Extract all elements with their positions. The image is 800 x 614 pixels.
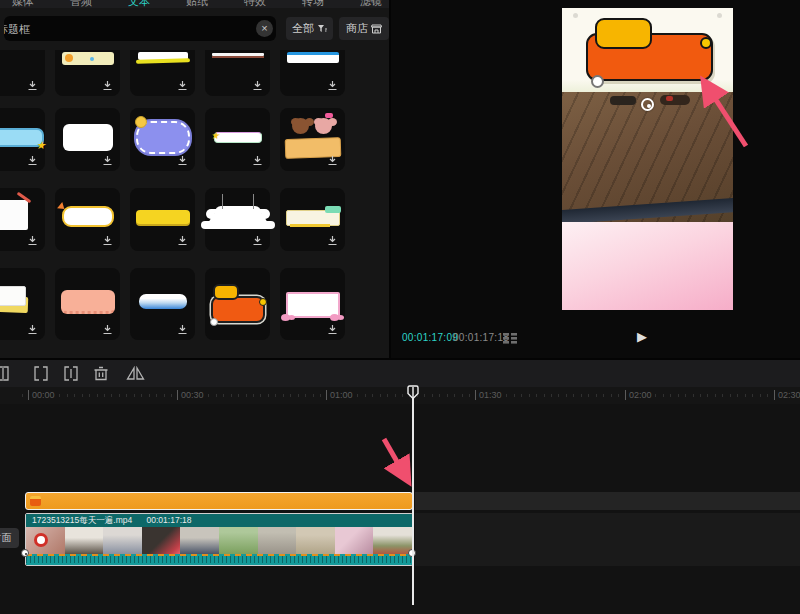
download-icon[interactable] — [102, 324, 113, 335]
tab-media[interactable]: 媒体 — [12, 0, 34, 8]
template-cell[interactable] — [205, 50, 270, 96]
template-cell-selected[interactable] — [205, 268, 270, 340]
template-cell[interactable] — [55, 50, 120, 96]
cover-button[interactable]: 封面 — [0, 528, 19, 548]
sticker-overlay-tab[interactable] — [595, 18, 652, 49]
video-editor-app: 媒体 音频 文本 贴纸 特效 转场 滤镜 标题框 × 全部 商店 — [0, 0, 800, 614]
ruler-label: 01:30 — [475, 390, 502, 400]
template-thumbnail: ★ — [0, 128, 44, 147]
trim-right-icon[interactable] — [62, 366, 80, 381]
delete-icon[interactable] — [93, 366, 109, 381]
timecode-bar: 00:01:17:09 00:01:17:18 ▶ — [391, 322, 800, 354]
template-cell[interactable] — [0, 188, 45, 251]
current-time: 00:01:17:09 — [402, 332, 458, 343]
template-thumbnail — [212, 210, 264, 228]
play-button[interactable]: ▶ — [637, 329, 647, 344]
download-icon[interactable] — [327, 155, 338, 166]
sticker-track-lane — [415, 492, 800, 510]
funnel-icon — [317, 24, 327, 34]
template-cell[interactable] — [130, 188, 195, 251]
ruler-label: 02:00 — [625, 390, 652, 400]
download-icon[interactable] — [252, 80, 263, 91]
template-cell[interactable]: ★ — [205, 108, 270, 171]
template-thumbnail — [138, 52, 188, 60]
download-icon[interactable] — [177, 235, 188, 246]
template-thumbnail — [136, 121, 190, 154]
video-filename: 1723513215每天一遍.mp4 — [32, 515, 132, 525]
timeline-area[interactable]: 1723513215每天一遍.mp4 00:01:17:18 封面 — [0, 404, 800, 614]
download-icon[interactable] — [102, 155, 113, 166]
template-cell[interactable]: ★ — [0, 108, 45, 171]
template-cell[interactable] — [280, 268, 345, 340]
template-cell[interactable] — [130, 268, 195, 340]
video-clip-header: 1723513215每天一遍.mp4 00:01:17:18 — [26, 514, 412, 527]
template-thumbnail-orange-frame — [211, 284, 265, 324]
video-preview[interactable] — [562, 8, 733, 310]
template-cell[interactable] — [0, 50, 45, 96]
template-thumbnail — [61, 290, 115, 314]
sticker-clip[interactable] — [25, 492, 413, 510]
template-library-panel: 标题框 × 全部 商店 — [0, 8, 389, 358]
template-thumbnail — [286, 210, 340, 226]
search-clear-icon[interactable]: × — [256, 20, 273, 37]
timeline-ruler[interactable]: 00:00 00:30 01:00 01:30 02:00 02:30 — [0, 387, 800, 404]
template-thumbnail — [62, 206, 114, 227]
download-icon[interactable] — [327, 324, 338, 335]
download-icon[interactable] — [327, 235, 338, 246]
template-thumbnail — [285, 118, 341, 158]
video-frame-pink-area — [562, 222, 733, 310]
ruler-label: 01:00 — [326, 390, 353, 400]
download-icon[interactable] — [102, 80, 113, 91]
download-icon[interactable] — [177, 80, 188, 91]
preview-panel: 00:01:17:09 00:01:17:18 ▶ — [391, 0, 800, 358]
template-thumbnail — [139, 294, 187, 309]
template-thumbnail — [287, 52, 339, 63]
tab-transition[interactable]: 转场 — [302, 0, 324, 8]
template-cell[interactable] — [130, 50, 195, 96]
audio-waveform — [26, 554, 412, 566]
rotate-handle-icon[interactable] — [641, 98, 654, 111]
template-cell[interactable] — [55, 108, 120, 171]
ruler-label: 02:30 — [774, 390, 800, 400]
download-icon[interactable] — [27, 80, 38, 91]
download-icon[interactable] — [27, 155, 38, 166]
tab-effects[interactable]: 特效 — [244, 0, 266, 8]
template-cell[interactable] — [280, 188, 345, 251]
download-icon[interactable] — [102, 235, 113, 246]
split-icon[interactable] — [0, 366, 12, 381]
tab-audio[interactable]: 音频 — [70, 0, 92, 8]
playhead-handle[interactable] — [407, 385, 419, 401]
tab-sticker[interactable]: 贴纸 — [186, 0, 208, 8]
ruler-label: 00:30 — [177, 390, 204, 400]
trim-left-icon[interactable] — [32, 366, 50, 381]
video-clip[interactable]: 1723513215每天一遍.mp4 00:01:17:18 — [25, 513, 413, 566]
ruler-label: 00:00 — [28, 390, 55, 400]
template-thumbnail: ★ — [214, 132, 262, 143]
total-duration: 00:01:17:18 — [453, 332, 509, 343]
frame-adjust-icon[interactable] — [503, 333, 519, 344]
download-icon[interactable] — [27, 324, 38, 335]
template-cell[interactable] — [130, 108, 195, 171]
download-icon[interactable] — [327, 80, 338, 91]
tab-filter[interactable]: 滤镜 — [360, 0, 382, 8]
template-cell[interactable] — [55, 268, 120, 340]
filter-all-button[interactable]: 全部 — [286, 17, 333, 40]
clip-left-handle[interactable] — [21, 549, 29, 557]
tab-text[interactable]: 文本 — [128, 0, 150, 8]
template-cell[interactable] — [280, 50, 345, 96]
search-input[interactable]: 标题框 — [4, 16, 276, 41]
download-icon[interactable] — [177, 324, 188, 335]
store-button[interactable]: 商店 — [339, 17, 389, 40]
video-duration: 00:01:17:18 — [147, 515, 192, 525]
playhead-line[interactable] — [412, 387, 414, 605]
template-cell[interactable] — [280, 108, 345, 171]
mirror-icon[interactable] — [126, 366, 145, 381]
download-icon[interactable] — [252, 235, 263, 246]
template-cell[interactable] — [0, 268, 45, 340]
top-menu-bar: 媒体 音频 文本 贴纸 特效 转场 滤镜 — [0, 0, 389, 8]
download-icon[interactable] — [177, 155, 188, 166]
download-icon[interactable] — [27, 235, 38, 246]
template-cell[interactable] — [55, 188, 120, 251]
download-icon[interactable] — [252, 155, 263, 166]
template-cell[interactable] — [205, 188, 270, 251]
